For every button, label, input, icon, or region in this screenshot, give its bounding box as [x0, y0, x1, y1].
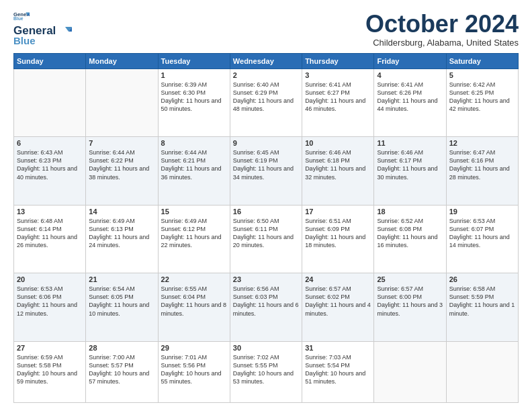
cell-details: Sunrise: 6:40 AM Sunset: 6:29 PM Dayligh… — [233, 81, 299, 113]
cell-details: Sunrise: 6:48 AM Sunset: 6:14 PM Dayligh… — [17, 217, 83, 250]
cell-details: Sunrise: 7:03 AM Sunset: 5:54 PM Dayligh… — [305, 353, 371, 386]
day-number: 7 — [89, 139, 154, 147]
cell-details: Sunrise: 6:46 AM Sunset: 6:18 PM Dayligh… — [305, 148, 371, 181]
calendar-cell: 24Sunrise: 6:57 AM Sunset: 6:02 PM Dayli… — [302, 273, 374, 342]
calendar-cell: 26Sunrise: 6:58 AM Sunset: 5:59 PM Dayli… — [446, 273, 518, 342]
calendar-cell: 16Sunrise: 6:50 AM Sunset: 6:11 PM Dayli… — [230, 205, 302, 273]
calendar-header-row: SundayMondayTuesdayWednesdayThursdayFrid… — [14, 53, 519, 68]
day-number: 1 — [161, 71, 227, 79]
day-number: 21 — [89, 275, 154, 283]
cell-details: Sunrise: 6:42 AM Sunset: 6:25 PM Dayligh… — [449, 81, 515, 113]
calendar-row-3: 20Sunrise: 6:53 AM Sunset: 6:06 PM Dayli… — [14, 273, 519, 342]
calendar-cell: 19Sunrise: 6:53 AM Sunset: 6:07 PM Dayli… — [446, 205, 518, 273]
day-number: 12 — [449, 139, 515, 147]
calendar-cell: 11Sunrise: 6:46 AM Sunset: 6:17 PM Dayli… — [374, 137, 446, 205]
calendar-table: SundayMondayTuesdayWednesdayThursdayFrid… — [13, 53, 519, 403]
calendar-row-1: 6Sunrise: 6:43 AM Sunset: 6:23 PM Daylig… — [14, 137, 519, 205]
day-number: 14 — [89, 208, 154, 216]
cell-details: Sunrise: 6:41 AM Sunset: 6:26 PM Dayligh… — [377, 81, 443, 113]
month-title: October 2024 — [365, 11, 519, 38]
calendar-cell: 23Sunrise: 6:56 AM Sunset: 6:03 PM Dayli… — [230, 273, 302, 342]
svg-text:Blue: Blue — [13, 16, 24, 21]
cell-details: Sunrise: 6:47 AM Sunset: 6:16 PM Dayligh… — [449, 148, 515, 181]
cell-details: Sunrise: 6:49 AM Sunset: 6:13 PM Dayligh… — [89, 217, 154, 250]
day-number: 22 — [161, 275, 227, 283]
day-number: 24 — [305, 275, 371, 283]
cell-details: Sunrise: 6:44 AM Sunset: 6:22 PM Dayligh… — [89, 148, 154, 181]
weekday-header-wednesday: Wednesday — [230, 53, 302, 68]
cell-details: Sunrise: 6:52 AM Sunset: 6:08 PM Dayligh… — [377, 217, 443, 250]
calendar-cell — [14, 68, 86, 137]
day-number: 18 — [377, 208, 443, 216]
location: Childersburg, Alabama, United States — [365, 38, 519, 48]
title-block: October 2024 Childersburg, Alabama, Unit… — [365, 11, 519, 48]
weekday-header-tuesday: Tuesday — [158, 53, 230, 68]
calendar-cell: 30Sunrise: 7:02 AM Sunset: 5:55 PM Dayli… — [230, 341, 302, 402]
day-number: 10 — [305, 139, 371, 147]
calendar-cell: 15Sunrise: 6:49 AM Sunset: 6:12 PM Dayli… — [158, 205, 230, 273]
weekday-header-thursday: Thursday — [302, 53, 374, 68]
cell-details: Sunrise: 6:49 AM Sunset: 6:12 PM Dayligh… — [161, 217, 227, 250]
day-number: 2 — [233, 71, 299, 79]
cell-details: Sunrise: 6:51 AM Sunset: 6:09 PM Dayligh… — [305, 217, 371, 250]
calendar-cell — [374, 341, 446, 402]
day-number: 23 — [233, 275, 299, 283]
day-number: 11 — [377, 139, 443, 147]
calendar-cell: 12Sunrise: 6:47 AM Sunset: 6:16 PM Dayli… — [446, 137, 518, 205]
day-number: 31 — [305, 344, 371, 352]
calendar-cell: 1Sunrise: 6:39 AM Sunset: 6:30 PM Daylig… — [158, 68, 230, 137]
cell-details: Sunrise: 6:45 AM Sunset: 6:19 PM Dayligh… — [233, 148, 299, 181]
calendar-cell: 22Sunrise: 6:55 AM Sunset: 6:04 PM Dayli… — [158, 273, 230, 342]
cell-details: Sunrise: 6:46 AM Sunset: 6:17 PM Dayligh… — [377, 148, 443, 181]
day-number: 8 — [161, 139, 227, 147]
calendar-cell: 14Sunrise: 6:49 AM Sunset: 6:13 PM Dayli… — [86, 205, 158, 273]
weekday-header-monday: Monday — [86, 53, 158, 68]
calendar-cell: 3Sunrise: 6:41 AM Sunset: 6:27 PM Daylig… — [302, 68, 374, 137]
calendar-cell: 31Sunrise: 7:03 AM Sunset: 5:54 PM Dayli… — [302, 341, 374, 402]
day-number: 9 — [233, 139, 299, 147]
day-number: 26 — [449, 275, 515, 283]
cell-details: Sunrise: 6:53 AM Sunset: 6:07 PM Dayligh… — [449, 217, 515, 250]
cell-details: Sunrise: 6:54 AM Sunset: 6:05 PM Dayligh… — [89, 285, 154, 318]
day-number: 29 — [161, 344, 227, 352]
day-number: 27 — [17, 344, 83, 352]
cell-details: Sunrise: 7:01 AM Sunset: 5:56 PM Dayligh… — [161, 353, 227, 386]
day-number: 5 — [449, 71, 515, 79]
weekday-header-saturday: Saturday — [446, 53, 518, 68]
day-number: 3 — [305, 71, 371, 79]
cell-details: Sunrise: 6:53 AM Sunset: 6:06 PM Dayligh… — [17, 285, 83, 318]
header: General Blue General Blue October 2024 C… — [13, 11, 519, 48]
page: General Blue General Blue October 2024 C… — [0, 0, 532, 411]
calendar-cell: 7Sunrise: 6:44 AM Sunset: 6:22 PM Daylig… — [86, 137, 158, 205]
cell-details: Sunrise: 6:43 AM Sunset: 6:23 PM Dayligh… — [17, 148, 83, 181]
logo-icon: General Blue — [13, 11, 30, 23]
logo-blue: Blue — [13, 35, 36, 46]
day-number: 4 — [377, 71, 443, 79]
cell-details: Sunrise: 6:57 AM Sunset: 6:00 PM Dayligh… — [377, 285, 443, 318]
calendar-cell: 5Sunrise: 6:42 AM Sunset: 6:25 PM Daylig… — [446, 68, 518, 137]
calendar-cell: 4Sunrise: 6:41 AM Sunset: 6:26 PM Daylig… — [374, 68, 446, 137]
cell-details: Sunrise: 7:02 AM Sunset: 5:55 PM Dayligh… — [233, 353, 299, 386]
day-number: 30 — [233, 344, 299, 352]
cell-details: Sunrise: 6:44 AM Sunset: 6:21 PM Dayligh… — [161, 148, 227, 181]
weekday-header-sunday: Sunday — [14, 53, 86, 68]
day-number: 25 — [377, 275, 443, 283]
calendar-cell: 9Sunrise: 6:45 AM Sunset: 6:19 PM Daylig… — [230, 137, 302, 205]
day-number: 20 — [17, 275, 83, 283]
calendar-cell: 27Sunrise: 6:59 AM Sunset: 5:58 PM Dayli… — [14, 341, 86, 402]
day-number: 15 — [161, 208, 227, 216]
calendar-cell: 21Sunrise: 6:54 AM Sunset: 6:05 PM Dayli… — [86, 273, 158, 342]
day-number: 13 — [17, 208, 83, 216]
calendar-cell — [86, 68, 158, 137]
calendar-cell: 13Sunrise: 6:48 AM Sunset: 6:14 PM Dayli… — [14, 205, 86, 273]
calendar-cell: 6Sunrise: 6:43 AM Sunset: 6:23 PM Daylig… — [14, 137, 86, 205]
cell-details: Sunrise: 6:39 AM Sunset: 6:30 PM Dayligh… — [161, 81, 227, 113]
calendar-cell: 25Sunrise: 6:57 AM Sunset: 6:00 PM Dayli… — [374, 273, 446, 342]
calendar-row-4: 27Sunrise: 6:59 AM Sunset: 5:58 PM Dayli… — [14, 341, 519, 402]
logo-flag-icon — [57, 26, 72, 36]
weekday-header-friday: Friday — [374, 53, 446, 68]
cell-details: Sunrise: 6:58 AM Sunset: 5:59 PM Dayligh… — [449, 285, 515, 318]
calendar-cell: 10Sunrise: 6:46 AM Sunset: 6:18 PM Dayli… — [302, 137, 374, 205]
day-number: 28 — [89, 344, 154, 352]
day-number: 17 — [305, 208, 371, 216]
